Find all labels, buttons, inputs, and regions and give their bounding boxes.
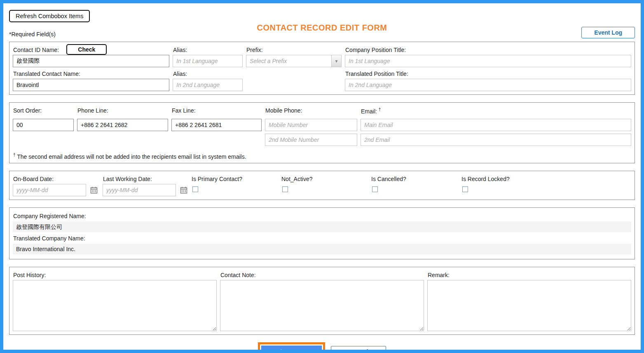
mobile-phone-input[interactable] (265, 119, 357, 131)
update-contact-highlight: Update Contact (258, 342, 325, 353)
translated-company-name-value: Bravo International Inc. (13, 244, 631, 254)
company-position-label: Company Position Title: (345, 45, 631, 55)
prefix-label: Prefix: (246, 45, 342, 55)
dagger-mark: † (13, 153, 16, 157)
alias1-input[interactable] (173, 55, 243, 67)
alias1-label: Alias: (173, 45, 243, 55)
onboard-date-input[interactable] (13, 184, 86, 196)
contact-note-label: Contact Note: (220, 271, 424, 280)
contact-numbers-section: Sort Order: Phone Line: Fax Line: Mobile… (9, 102, 635, 163)
required-fields-note: *Required Field(s) (9, 31, 56, 38)
chevron-down-icon[interactable]: ▼ (331, 55, 341, 67)
dagger-mark: † (379, 107, 381, 112)
contact-edit-form-page: Refresh Combobox Items CONTACT RECORD ED… (3, 3, 641, 353)
alias2-label: Alias: (173, 67, 243, 79)
is-record-locked-checkbox[interactable] (462, 186, 468, 192)
remark-label: Remark: (427, 271, 631, 280)
remark-textarea[interactable] (427, 280, 631, 331)
footer-actions: Update Contact Cancel (6, 342, 638, 353)
check-button[interactable]: Check (66, 44, 107, 55)
translated-position-label: Translated Position Title: (345, 67, 631, 79)
last-working-date-label: Last Working Date: (103, 174, 191, 184)
is-record-locked-label: Is Record Locked? (461, 174, 631, 184)
contact-note-textarea[interactable] (220, 280, 424, 331)
contact-id-input[interactable] (13, 55, 169, 67)
phone-line-input[interactable] (77, 119, 168, 131)
onboard-date-label: On-Board Date: (13, 174, 103, 184)
main-email-input[interactable] (361, 119, 631, 131)
cancel-button[interactable]: Cancel (331, 346, 386, 353)
post-history-textarea[interactable] (13, 280, 217, 331)
is-primary-contact-checkbox[interactable] (192, 186, 198, 192)
is-primary-contact-label: Is Primary Contact? (191, 174, 281, 184)
contact-id-label: Contact ID Name: (13, 45, 60, 55)
is-cancelled-label: Is Cancelled? (371, 174, 461, 184)
phone-line-label: Phone Line: (77, 106, 168, 116)
translated-position-input[interactable] (345, 79, 631, 91)
alias2-input[interactable] (173, 79, 243, 91)
company-position-input[interactable] (345, 55, 631, 67)
calendar-icon[interactable] (180, 186, 187, 194)
prefix-selected-value: Select a Prefix (246, 55, 331, 67)
last-working-date-input[interactable] (103, 184, 176, 196)
not-active-label: Not_Active? (281, 174, 371, 184)
second-email-input[interactable] (361, 134, 631, 146)
fax-line-label: Fax Line: (171, 106, 262, 116)
fax-line-input[interactable] (171, 119, 262, 131)
identity-section: Contact ID Name: Check Alias: Prefix: Co… (9, 42, 635, 95)
calendar-icon[interactable] (90, 186, 98, 194)
refresh-combobox-button[interactable]: Refresh Combobox Items (9, 10, 90, 22)
company-registered-name-value: 啟登國際有限公司 (13, 221, 631, 232)
update-contact-button[interactable]: Update Contact (261, 346, 322, 353)
translated-name-input[interactable] (13, 79, 169, 91)
sort-order-label: Sort Order: (13, 106, 74, 116)
prefix-combobox[interactable]: Select a Prefix ▼ (246, 55, 342, 67)
notes-section: Post History: Contact Note: Remark: (9, 267, 635, 335)
page-title: CONTACT RECORD EDIT FORM (257, 23, 387, 33)
email-footnote: † The second email address will not be a… (13, 153, 631, 160)
post-history-label: Post History: (13, 271, 217, 280)
sort-order-input[interactable] (13, 119, 74, 131)
company-section: Company Registered Name: 啟登國際有限公司 Transl… (9, 207, 635, 259)
mobile-phone-label: Mobile Phone: (265, 106, 357, 116)
translated-name-label: Translated Contact Name: (13, 67, 169, 79)
status-section: On-Board Date: (9, 171, 635, 200)
translated-company-name-label: Translated Company Name: (13, 233, 631, 243)
event-log-button[interactable]: Event Log (581, 27, 635, 38)
second-mobile-input[interactable] (265, 134, 357, 146)
not-active-checkbox[interactable] (282, 186, 288, 192)
email-label: Email: † (361, 106, 631, 116)
company-registered-name-label: Company Registered Name: (13, 211, 631, 221)
is-cancelled-checkbox[interactable] (372, 186, 378, 192)
